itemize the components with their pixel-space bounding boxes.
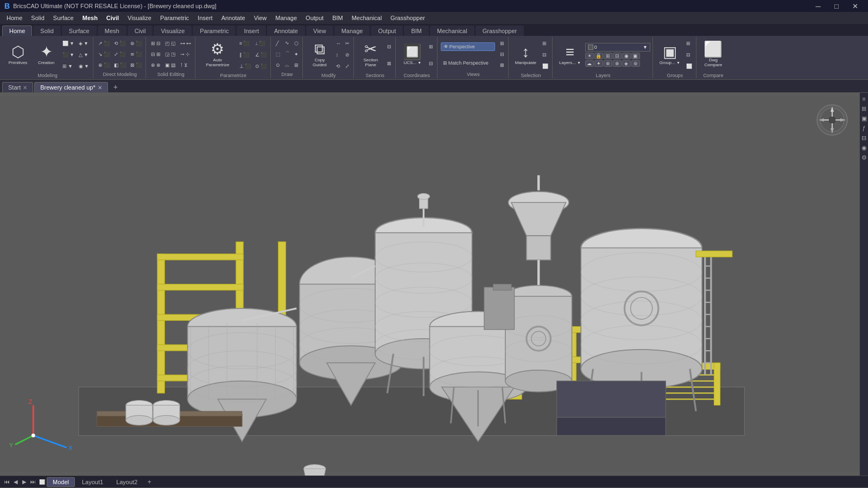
btn-par-2[interactable]: ∥⬛ <box>238 52 252 58</box>
btn-primitives[interactable]: ⬡ Primitives <box>4 38 31 72</box>
right-btn-tables[interactable]: ⊟ <box>860 134 868 142</box>
btn-draw-3[interactable]: ⊙ <box>274 62 282 68</box>
new-layout-button[interactable]: + <box>144 478 154 486</box>
btn-draw-7[interactable]: ⬡ <box>293 40 300 47</box>
btn-view-perspective[interactable]: 👁 Perspective <box>441 42 495 51</box>
btn-dwg-compare[interactable]: ⬜ DwgCompare <box>700 38 727 72</box>
layout-tab-model[interactable]: Model <box>47 477 75 487</box>
btn-coord-1[interactable]: ⊞ <box>427 43 435 50</box>
btn-dm-6[interactable]: ◧⬛ <box>112 62 128 68</box>
tab-mechanical[interactable]: Mechanical <box>430 26 474 36</box>
tab-close-start[interactable]: ✕ <box>23 85 27 91</box>
doc-tab-brewery[interactable]: Brewery cleaned up* ✕ <box>34 82 108 92</box>
tab-bim[interactable]: BIM <box>404 26 429 36</box>
btn-se-9[interactable]: ⊺⊻ <box>179 62 193 68</box>
menu-view[interactable]: View <box>250 12 271 24</box>
layer-btn-1[interactable]: ☀ <box>585 53 594 59</box>
layer-btn-10[interactable]: ⊗ <box>613 60 622 67</box>
menu-manage[interactable]: Manage <box>271 12 301 24</box>
layer-btn-12[interactable]: ⊚ <box>631 60 640 67</box>
btn-draw-6[interactable]: ⌓ <box>283 62 292 69</box>
menu-output[interactable]: Output <box>301 12 328 24</box>
btn-section-plane[interactable]: ✂ SectionPlane <box>357 38 384 72</box>
menu-bim[interactable]: BIM <box>328 12 347 24</box>
menu-mechanical[interactable]: Mechanical <box>347 12 387 24</box>
btn-dm-4[interactable]: ⟲⬛ <box>112 40 128 47</box>
btn-se-4[interactable]: ◰◱ <box>163 40 178 47</box>
layer-btn-6[interactable]: ▣ <box>631 53 640 59</box>
btn-sm-3[interactable]: ⊞▼ <box>61 63 76 69</box>
btn-par-3[interactable]: ⊥⬛ <box>238 63 252 69</box>
btn-sec-2[interactable]: ⊠ <box>385 60 393 67</box>
btn-dm-9[interactable]: ⊠⬛ <box>129 62 143 68</box>
menu-parametric[interactable]: Parametric <box>156 12 193 24</box>
right-btn-settings[interactable]: ⚙ <box>860 154 868 161</box>
new-tab-button[interactable]: + <box>109 81 122 92</box>
btn-sel-3[interactable]: ⬜ <box>541 63 550 69</box>
right-btn-formula[interactable]: ƒ <box>860 124 868 132</box>
btn-par-6[interactable]: ⊙⬛ <box>254 63 268 69</box>
right-btn-blocks[interactable]: ▣ <box>860 115 868 122</box>
menu-home[interactable]: Home <box>2 12 27 24</box>
btn-dm-5[interactable]: ⤢⬛ <box>112 51 128 58</box>
btn-mod-3[interactable]: ⟲ <box>334 63 343 69</box>
btn-view-match[interactable]: ⊞ Match Perspective <box>441 59 495 67</box>
btn-draw-9[interactable]: ⊞ <box>293 62 300 68</box>
doc-tab-start[interactable]: Start ✕ <box>2 82 33 92</box>
btn-view-3[interactable]: ⊠ <box>498 62 506 68</box>
nav-square[interactable]: ⬜ <box>38 478 46 486</box>
btn-group[interactable]: ▣ Group... ▼ <box>656 38 683 72</box>
btn-mod-6[interactable]: ⤢ <box>344 63 351 69</box>
menu-solid[interactable]: Solid <box>27 12 48 24</box>
btn-sm-1[interactable]: ⬜▼ <box>61 40 76 47</box>
btn-draw-2[interactable]: ⬚ <box>274 51 282 58</box>
btn-copy-guided[interactable]: ⧉ CopyGuided <box>306 38 333 72</box>
btn-dm-2[interactable]: ↘⬛ <box>97 51 111 58</box>
btn-manipulate[interactable]: ↕ Manipulate <box>512 38 540 72</box>
btn-sm-5[interactable]: △▼ <box>77 52 91 58</box>
btn-coord-2[interactable]: ⊟ <box>427 60 435 67</box>
btn-mod-2[interactable]: ↕ <box>334 52 343 58</box>
btn-grp-1[interactable]: ⊞ <box>685 40 694 47</box>
btn-se-2[interactable]: ⊟⊞ <box>149 51 162 58</box>
right-btn-3dnav[interactable]: ◉ <box>860 144 868 151</box>
btn-layers[interactable]: ≡ Layers... ▼ <box>556 38 584 72</box>
layer-btn-4[interactable]: ⊟ <box>613 53 622 59</box>
btn-dm-8[interactable]: ≋⬛ <box>129 51 143 58</box>
menu-mesh[interactable]: Mesh <box>78 12 102 24</box>
tab-mesh[interactable]: Mesh <box>98 26 126 36</box>
btn-draw-1[interactable]: ╱ <box>274 40 282 47</box>
menu-grasshopper[interactable]: Grasshopper <box>386 12 429 24</box>
btn-grp-3[interactable]: ⬜ <box>685 63 694 69</box>
btn-sel-1[interactable]: ⊞ <box>541 40 550 47</box>
btn-se-6[interactable]: ▣▤ <box>163 62 178 68</box>
tab-grasshopper[interactable]: Grasshopper <box>476 26 524 36</box>
layer-btn-5[interactable]: ◉ <box>622 53 631 59</box>
layer-btn-7[interactable]: ☁ <box>585 60 594 67</box>
btn-se-1[interactable]: ⊞⊟ <box>149 40 162 47</box>
tab-output[interactable]: Output <box>371 26 403 36</box>
tab-home[interactable]: Home <box>2 26 32 36</box>
btn-par-1[interactable]: ≡⬛ <box>238 40 252 47</box>
btn-sm-6[interactable]: ◉▼ <box>77 63 91 69</box>
btn-se-8[interactable]: ⊸⊹ <box>179 51 193 58</box>
btn-par-5[interactable]: ∠⬛ <box>254 52 268 58</box>
tab-solid[interactable]: Solid <box>33 26 60 36</box>
right-btn-layers[interactable]: ≡ <box>860 95 868 103</box>
btn-se-3[interactable]: ⊕⊗ <box>149 62 162 68</box>
tab-civil[interactable]: Civil <box>128 26 153 36</box>
btn-grp-2[interactable]: ⊟ <box>685 52 694 58</box>
btn-mod-1[interactable]: ↔ <box>334 40 343 47</box>
layer-btn-2[interactable]: 🔒 <box>594 53 603 59</box>
menu-insert[interactable]: Insert <box>193 12 217 24</box>
layout-tab-layout2[interactable]: Layout2 <box>110 477 143 487</box>
tab-insert[interactable]: Insert <box>237 26 266 36</box>
tab-close-brewery[interactable]: ✕ <box>98 85 102 91</box>
btn-draw-4[interactable]: ∿ <box>283 40 292 46</box>
minimize-button[interactable]: ─ <box>809 0 827 12</box>
btn-auto-parametrize[interactable]: ⚙ Auto Parametrize <box>199 38 237 72</box>
maximize-button[interactable]: □ <box>828 0 845 12</box>
layer-dropdown[interactable]: 0 ▼ <box>585 43 650 52</box>
btn-sel-2[interactable]: ⊟ <box>541 52 550 58</box>
btn-creation[interactable]: ✦ Creation <box>33 38 60 72</box>
